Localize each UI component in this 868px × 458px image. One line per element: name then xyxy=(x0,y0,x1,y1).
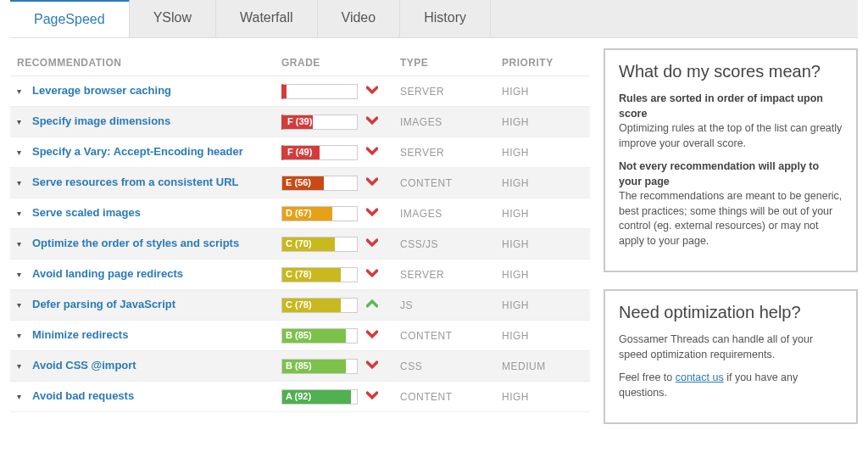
contact-us-link[interactable]: contact us xyxy=(676,371,724,383)
chevron-down-icon[interactable] xyxy=(366,328,378,344)
grade-label: C (70) xyxy=(286,238,312,249)
grade-label: B (85) xyxy=(286,330,312,340)
chevron-down-icon[interactable] xyxy=(366,267,378,282)
header-type: TYPE xyxy=(400,57,502,69)
grade-cell: F (49) xyxy=(281,145,400,160)
expand-icon[interactable]: ▾ xyxy=(17,148,29,157)
type-cell: CSS xyxy=(400,360,502,372)
rec-cell: ▾Avoid bad requests xyxy=(17,389,281,403)
table-row: ▾Defer parsing of JavaScriptC (78)JSHIGH xyxy=(10,290,590,321)
expand-icon[interactable]: ▾ xyxy=(17,178,29,187)
expand-icon[interactable]: ▾ xyxy=(17,270,29,279)
rec-cell: ▾Optimize the order of styles and script… xyxy=(17,237,281,250)
recommendation-link[interactable]: Leverage browser caching xyxy=(32,84,281,98)
grade-cell: C (78) xyxy=(281,298,400,313)
chevron-down-icon[interactable] xyxy=(366,176,378,191)
help-panel: Need optimization help? Gossamer Threads… xyxy=(604,289,858,424)
grade-bar: C (78) xyxy=(281,298,358,313)
table-row: ▾Specify a Vary: Accept-Encoding headerF… xyxy=(10,137,590,168)
type-cell: JS xyxy=(400,299,502,311)
priority-cell: HIGH xyxy=(502,147,578,159)
help-panel-title: Need optimization help? xyxy=(619,303,843,322)
help-panel-p2a: Feel free to xyxy=(619,371,676,383)
tab-pagespeed[interactable]: PageSpeed xyxy=(10,0,130,37)
type-cell: SERVER xyxy=(400,147,502,159)
grade-cell: D (67) xyxy=(281,206,400,221)
expand-icon[interactable]: ▾ xyxy=(17,361,29,371)
recommendation-link[interactable]: Serve resources from a consistent URL xyxy=(32,176,281,189)
sidebar: What do my scores mean? Rules are sorted… xyxy=(604,48,858,441)
expand-icon[interactable]: ▾ xyxy=(17,117,29,126)
chevron-down-icon[interactable] xyxy=(366,145,378,160)
chevron-down-icon[interactable] xyxy=(366,206,378,221)
table-row: ▾Avoid landing page redirectsC (78)SERVE… xyxy=(10,260,590,290)
chevron-down-icon[interactable] xyxy=(366,237,378,252)
grade-cell: B (85) xyxy=(281,359,400,374)
grade-bar: E (56) xyxy=(281,176,358,191)
priority-cell: HIGH xyxy=(502,330,578,342)
recommendation-link[interactable]: Avoid bad requests xyxy=(32,389,281,403)
grade-bar: B (85) xyxy=(281,328,358,344)
scores-panel-title: What do my scores mean? xyxy=(619,62,843,81)
tabs-bar: PageSpeedYSlowWaterfallVideoHistory xyxy=(10,0,858,38)
recommendations-table: RECOMMENDATION GRADE TYPE PRIORITY ▾Leve… xyxy=(10,48,590,412)
tab-yslow[interactable]: YSlow xyxy=(130,0,216,37)
priority-cell: HIGH xyxy=(502,86,578,98)
expand-icon[interactable]: ▾ xyxy=(17,300,29,310)
grade-cell: E (56) xyxy=(281,176,400,191)
expand-icon[interactable]: ▾ xyxy=(17,87,29,96)
grade-label: F (3) xyxy=(287,86,307,96)
priority-cell: HIGH xyxy=(502,177,578,189)
priority-cell: HIGH xyxy=(502,208,578,220)
rec-cell: ▾Leverage browser caching xyxy=(17,84,281,98)
chevron-up-icon[interactable] xyxy=(366,298,378,313)
type-cell: IMAGES xyxy=(400,208,502,220)
recommendation-link[interactable]: Avoid CSS @import xyxy=(32,359,281,372)
recommendation-link[interactable]: Optimize the order of styles and scripts xyxy=(32,237,281,250)
chevron-down-icon[interactable] xyxy=(366,389,378,405)
grade-cell: B (85) xyxy=(281,328,400,344)
grade-label: C (78) xyxy=(286,299,312,310)
grade-cell: A (92) xyxy=(281,389,400,405)
grade-label: E (56) xyxy=(286,177,311,187)
table-row: ▾Serve scaled imagesD (67)IMAGESHIGH xyxy=(10,198,590,229)
grade-bar: B (85) xyxy=(281,359,358,374)
rec-cell: ▾Minimize redirects xyxy=(17,328,281,342)
grade-label: F (49) xyxy=(287,147,312,157)
grade-label: F (39) xyxy=(287,116,312,126)
scores-panel-p2: Not every recommendation will apply to y… xyxy=(619,159,843,249)
header-grade: GRADE xyxy=(281,57,400,69)
recommendation-link[interactable]: Defer parsing of JavaScript xyxy=(32,298,281,311)
grade-bar: F (49) xyxy=(281,145,358,160)
table-row: ▾Leverage browser cachingF (3)SERVERHIGH xyxy=(10,76,590,107)
chevron-down-icon[interactable] xyxy=(366,114,378,130)
expand-icon[interactable]: ▾ xyxy=(17,392,29,401)
recommendation-link[interactable]: Avoid landing page redirects xyxy=(32,267,281,281)
type-cell: CONTENT xyxy=(400,330,502,342)
rec-cell: ▾Specify image dimensions xyxy=(17,114,281,128)
grade-bar: F (3) xyxy=(281,84,358,99)
scores-panel-p1-body: Optimizing rules at the top of the list … xyxy=(619,122,842,149)
rec-cell: ▾Serve scaled images xyxy=(17,206,281,220)
grade-cell: F (39) xyxy=(281,114,400,130)
chevron-down-icon[interactable] xyxy=(366,84,378,99)
recommendation-link[interactable]: Specify image dimensions xyxy=(32,114,281,128)
tab-video[interactable]: Video xyxy=(318,0,401,37)
expand-icon[interactable]: ▾ xyxy=(17,239,29,249)
chevron-down-icon[interactable] xyxy=(366,359,378,374)
expand-icon[interactable]: ▾ xyxy=(17,331,29,340)
recommendation-link[interactable]: Specify a Vary: Accept-Encoding header xyxy=(32,145,281,159)
grade-cell: F (3) xyxy=(281,84,400,99)
rec-cell: ▾Specify a Vary: Accept-Encoding header xyxy=(17,145,281,159)
recommendation-link[interactable]: Serve scaled images xyxy=(32,206,281,220)
table-row: ▾Avoid bad requestsA (92)CONTENTHIGH xyxy=(10,382,590,412)
expand-icon[interactable]: ▾ xyxy=(17,209,29,218)
tab-history[interactable]: History xyxy=(400,0,491,37)
priority-cell: HIGH xyxy=(502,116,578,128)
type-cell: CONTENT xyxy=(400,391,502,403)
table-row: ▾Avoid CSS @importB (85)CSSMEDIUM xyxy=(10,351,590,382)
tab-waterfall[interactable]: Waterfall xyxy=(216,0,318,37)
recommendation-link[interactable]: Minimize redirects xyxy=(32,328,281,342)
header-recommendation: RECOMMENDATION xyxy=(17,57,281,69)
priority-cell: HIGH xyxy=(502,391,578,403)
